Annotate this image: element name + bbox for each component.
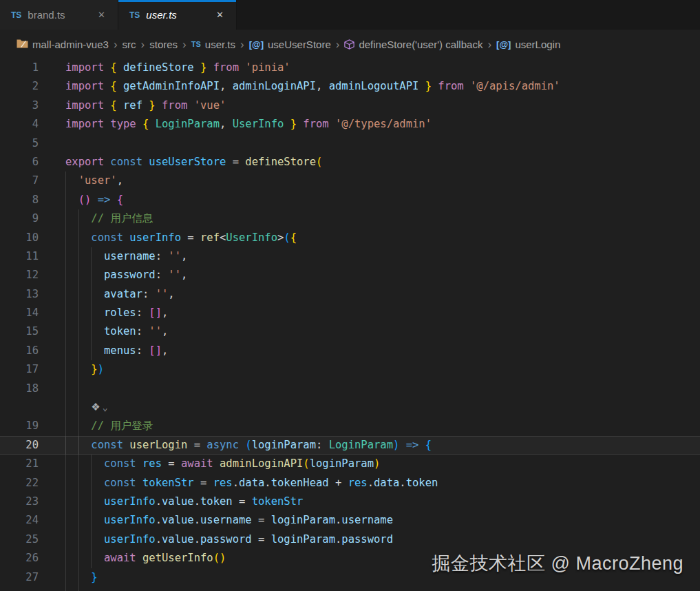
code-token: res <box>348 477 368 489</box>
code-token: from <box>213 61 246 74</box>
close-icon[interactable]: ✕ <box>95 8 108 21</box>
indent-guide <box>78 568 79 587</box>
indent-guide <box>78 342 79 360</box>
tab-user-ts[interactable]: TS user.ts ✕ <box>118 0 237 30</box>
code-line-content: // 用户信息 <box>65 209 700 228</box>
code-token: + <box>329 477 348 489</box>
line-number: 27 <box>0 568 39 587</box>
watermark: 掘金技术社区 @ MacroZheng <box>432 551 683 576</box>
code-token: . <box>335 514 341 526</box>
code-editor[interactable]: 1import { defineStore } from 'pinia'2imp… <box>0 59 700 591</box>
line-number: 2 <box>0 77 39 96</box>
code-token: const <box>110 156 149 168</box>
breadcrumb-label: userLogin <box>515 39 560 50</box>
crumb-src[interactable]: src <box>123 39 136 50</box>
code-token: , <box>316 80 329 92</box>
code-token: = <box>162 457 181 470</box>
code-token: , <box>220 118 233 130</box>
code-token: = <box>187 439 206 451</box>
code-token: const <box>104 477 142 489</box>
code-token: '@/apis/admin' <box>470 80 560 92</box>
close-icon[interactable]: ✕ <box>213 8 226 21</box>
code-line-content <box>65 587 700 591</box>
crumb-symbol-userlogin[interactable]: [@]userLogin <box>496 39 560 50</box>
code-line-content: export const useUserStore = defineStore( <box>65 153 700 172</box>
code-token: tokenStr <box>252 495 304 508</box>
tab-brand-ts[interactable]: TS brand.ts ✕ <box>0 0 118 30</box>
code-line: 5 <box>0 134 700 153</box>
code-token: loginParam <box>271 514 335 526</box>
code-token: . <box>156 514 162 526</box>
code-token: UserInfo <box>233 118 284 130</box>
code-token: { <box>425 439 432 451</box>
code-line-content: import type { LoginParam, UserInfo } fro… <box>65 115 700 134</box>
line-number: 11 <box>0 247 39 266</box>
code-token: password <box>104 269 156 281</box>
crumb-file-user-ts[interactable]: TSuser.ts <box>191 39 235 50</box>
code-token: username <box>341 514 393 526</box>
chevron-down-icon[interactable]: ⌄ <box>103 402 108 413</box>
breadcrumb-label: defineStore('user') callback <box>359 39 482 50</box>
indent-guide <box>78 209 79 228</box>
code-token: const <box>104 457 142 470</box>
indent-guide <box>91 322 92 341</box>
line-number: 18 <box>0 380 39 398</box>
code-token: value <box>162 495 194 508</box>
code-token: . <box>194 514 200 526</box>
code-token: , <box>162 325 168 338</box>
code-token <box>65 533 104 546</box>
code-token: < <box>220 231 226 244</box>
code-token: } <box>284 118 303 130</box>
breadcrumb: mall-admin-vue3›src›stores›TSuser.ts›[@]… <box>0 30 700 59</box>
indent-guide <box>65 266 66 284</box>
code-token <box>65 194 78 206</box>
code-token <box>65 477 104 489</box>
code-token <box>65 552 104 564</box>
breadcrumb-separator: › <box>141 39 145 50</box>
code-token: , <box>181 269 187 281</box>
indent-guide <box>78 474 79 493</box>
indent-guide <box>78 549 79 568</box>
line-number: 7 <box>0 172 39 190</box>
inline-widget-row: ❖⌄ <box>0 398 700 417</box>
indent-guide <box>78 587 79 591</box>
code-token: const <box>91 439 129 451</box>
line-number: 20 <box>0 436 39 455</box>
code-line: 11 username: '', <box>0 247 700 266</box>
code-token <box>110 194 116 206</box>
code-token <box>65 495 104 508</box>
line-number: 25 <box>0 530 39 549</box>
ai-assistant-icon[interactable]: ❖ <box>91 401 100 413</box>
line-number: 5 <box>0 134 39 153</box>
code-token: ) <box>393 439 399 451</box>
code-line-content: avatar: '', <box>65 285 700 304</box>
indent-guide <box>65 247 66 266</box>
code-line: 18 <box>0 380 700 398</box>
code-line: 12 password: '', <box>0 266 700 284</box>
crumb-project-folder[interactable]: mall-admin-vue3 <box>17 39 109 50</box>
crumb-symbol-definestore-callback[interactable]: defineStore('user') callback <box>344 39 482 50</box>
code-token: } <box>91 363 97 375</box>
line-number: 17 <box>0 360 39 379</box>
code-token <box>418 439 425 451</box>
code-token: async <box>206 439 245 451</box>
code-token: 'pinia' <box>245 61 290 74</box>
crumb-symbol-useuserstore[interactable]: [@]useUserStore <box>249 39 331 50</box>
code-line: 4import type { LoginParam, UserInfo } fr… <box>0 115 700 134</box>
indent-guide <box>78 436 79 455</box>
code-token: res <box>213 477 233 489</box>
code-line-content: ❖⌄ <box>65 398 700 417</box>
code-token: ( <box>284 231 290 244</box>
code-token: password <box>200 533 252 546</box>
crumb-stores[interactable]: stores <box>149 39 178 50</box>
tab-bar: TS brand.ts ✕ TS user.ts ✕ <box>0 0 700 30</box>
code-token: value <box>162 533 194 546</box>
code-token: : <box>156 250 169 262</box>
indent-guide <box>91 493 92 511</box>
indent-guide <box>65 549 66 568</box>
code-line-content <box>65 134 700 153</box>
code-token: { <box>290 231 297 244</box>
code-token: username <box>104 250 156 262</box>
code-token: () <box>213 552 226 564</box>
code-token: = <box>226 156 245 168</box>
